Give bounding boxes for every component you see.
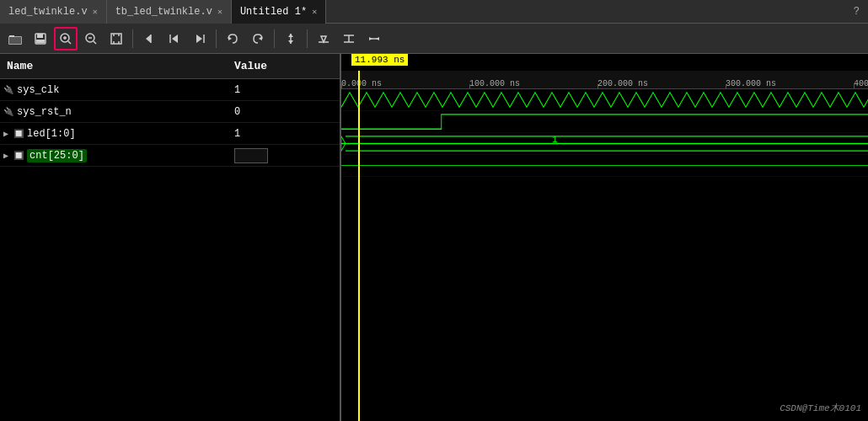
signal-list: 🔌 sys_clk 1 🔌 sys_rst_n 0 ▶ 🔲 led[1:0] xyxy=(0,79,340,421)
svg-marker-36 xyxy=(376,37,379,40)
toolbar xyxy=(0,24,868,54)
sep3 xyxy=(274,29,275,48)
ruler-tick-100: 100.000 ns xyxy=(469,79,520,88)
tab-bar: led_twinkle.v ✕ tb_led_twinkle.v ✕ Untit… xyxy=(0,0,868,24)
zoom-in-icon xyxy=(59,32,72,45)
signal-label-sys-clk: sys_clk xyxy=(17,84,59,96)
insert-button[interactable] xyxy=(279,27,303,51)
svg-marker-18 xyxy=(146,35,151,43)
signal-row-led[interactable]: ▶ 🔲 led[1:0] 1 xyxy=(0,123,340,145)
sep2 xyxy=(216,29,217,48)
waveform-signals: 1 xyxy=(341,89,868,421)
svg-marker-27 xyxy=(288,34,293,37)
tab-tb-led-twinkle[interactable]: tb_led_twinkle.v ✕ xyxy=(107,0,232,24)
waveform-row-led: 1 xyxy=(341,133,868,155)
waveform-svg-sys-rst-n xyxy=(341,111,868,132)
waveform-svg-sys-clk xyxy=(341,89,868,110)
tab-close-1[interactable]: ✕ xyxy=(93,7,98,17)
help-button[interactable]: ? xyxy=(845,6,868,18)
svg-marker-30 xyxy=(321,36,326,42)
bus-icon-cnt: 🔲 xyxy=(13,151,24,161)
signal-value-sys-clk: 1 xyxy=(228,84,340,96)
wire-icon-sys-clk: 🔌 xyxy=(3,85,13,95)
signal-value-cnt xyxy=(228,148,340,163)
waveform-row-sys-rst-n xyxy=(341,111,868,133)
svg-marker-22 xyxy=(196,35,202,43)
svg-marker-25 xyxy=(259,36,262,40)
svg-line-12 xyxy=(94,41,96,44)
watermark: CSDN@Time木0101 xyxy=(780,402,861,414)
bus-icon-led: 🔲 xyxy=(13,129,24,139)
sep1 xyxy=(132,29,133,48)
signal-name-sys-rst-n: 🔌 sys_rst_n xyxy=(0,106,228,118)
signal-row-sys-clk[interactable]: 🔌 sys_clk 1 xyxy=(0,79,340,101)
insert-icon xyxy=(284,32,297,45)
tab-label: Untitled 1* xyxy=(240,6,307,18)
time-marker: 11.993 ns xyxy=(351,54,408,66)
tab-close-2[interactable]: ✕ xyxy=(217,7,222,17)
cnt-value-box xyxy=(234,148,268,163)
ruler-tick-400: 400.000 ns xyxy=(854,79,868,88)
expand-h-icon xyxy=(367,32,381,45)
open-button[interactable] xyxy=(3,27,27,51)
signal-label-led: led[1:0] xyxy=(27,128,76,140)
signal-name-sys-clk: 🔌 sys_clk xyxy=(0,84,228,96)
column-headers: Name Value xyxy=(0,54,340,79)
last-icon xyxy=(193,32,206,45)
waveform-svg-led xyxy=(341,133,868,154)
redo-button[interactable] xyxy=(246,27,270,51)
fit-button[interactable] xyxy=(104,27,128,51)
first-button[interactable] xyxy=(163,27,186,51)
prev-button[interactable] xyxy=(137,27,161,51)
signal-name-led: ▶ 🔲 led[1:0] xyxy=(0,128,228,140)
signal-row-sys-rst-n[interactable]: 🔌 sys_rst_n 0 xyxy=(0,101,340,123)
tab-led-twinkle[interactable]: led_twinkle.v ✕ xyxy=(0,0,107,24)
main-area: Name Value 🔌 sys_clk 1 🔌 sys_rst_n 0 xyxy=(0,54,868,421)
waveform-panel[interactable]: 11.993 ns 0.000 ns 100.000 ns 200.000 ns… xyxy=(341,54,868,421)
last-button[interactable] xyxy=(188,27,212,51)
tab-untitled[interactable]: Untitled 1* ✕ xyxy=(232,0,326,24)
tab-label: led_twinkle.v xyxy=(8,6,88,18)
expand-h-button[interactable] xyxy=(362,27,386,51)
prev-icon xyxy=(142,32,156,45)
tab-close-3[interactable]: ✕ xyxy=(312,7,317,17)
signal-value-led: 1 xyxy=(228,128,340,140)
svg-rect-2 xyxy=(9,37,21,44)
signal-label-cnt: cnt[25:0] xyxy=(27,149,87,163)
fit-icon xyxy=(110,32,123,45)
waveform-row-sys-clk xyxy=(341,89,868,111)
expand-led[interactable]: ▶ xyxy=(3,129,8,139)
redo-icon xyxy=(251,32,265,45)
snap2-icon xyxy=(342,32,356,45)
time-cursor-line xyxy=(358,71,360,421)
svg-marker-35 xyxy=(369,37,372,40)
svg-rect-5 xyxy=(36,40,45,43)
svg-line-9 xyxy=(68,41,71,44)
waveform-svg-cnt xyxy=(341,155,868,176)
signal-row-cnt[interactable]: ▶ 🔲 cnt[25:0] xyxy=(0,145,340,167)
snap1-icon xyxy=(317,32,330,45)
snap2-button[interactable] xyxy=(337,27,361,51)
sep4 xyxy=(307,29,308,48)
save-button[interactable] xyxy=(29,27,52,51)
save-icon xyxy=(34,32,47,45)
open-icon xyxy=(8,32,22,45)
ruler-tick-0: 0.000 ns xyxy=(341,79,382,88)
expand-cnt[interactable]: ▶ xyxy=(3,151,8,161)
left-panel: Name Value 🔌 sys_clk 1 🔌 sys_rst_n 0 xyxy=(0,54,341,421)
svg-marker-28 xyxy=(288,40,293,44)
svg-rect-13 xyxy=(111,34,121,44)
undo-button[interactable] xyxy=(221,27,244,51)
tab-label: tb_led_twinkle.v xyxy=(115,6,212,18)
first-icon xyxy=(168,32,181,45)
svg-rect-4 xyxy=(37,34,43,38)
name-column-header: Name xyxy=(0,60,228,72)
zoom-in-button[interactable] xyxy=(54,27,78,51)
zoom-out-icon xyxy=(84,32,98,45)
wire-icon-sys-rst-n: 🔌 xyxy=(3,107,13,117)
snap1-button[interactable] xyxy=(312,27,335,51)
value-column-header: Value xyxy=(228,60,340,72)
zoom-out-button[interactable] xyxy=(79,27,103,51)
time-ruler: 0.000 ns 100.000 ns 200.000 ns 300.000 n… xyxy=(341,71,868,89)
waveform-row-cnt xyxy=(341,155,868,177)
